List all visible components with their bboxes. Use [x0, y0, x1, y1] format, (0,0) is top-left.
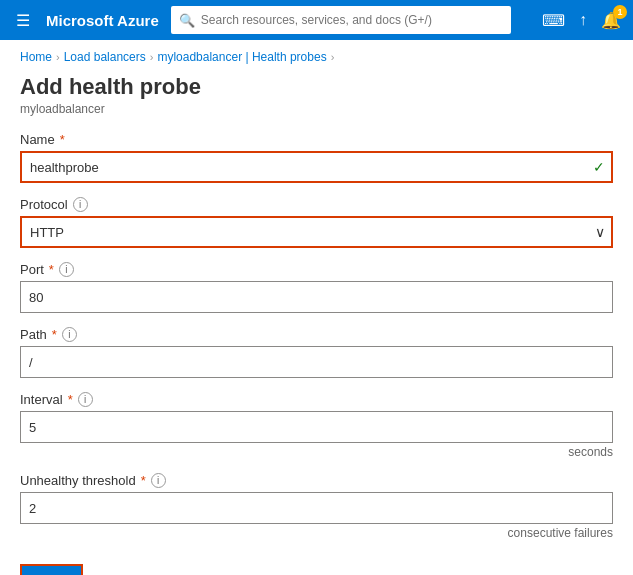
feedback-icon[interactable]: ↑	[579, 11, 587, 29]
terminal-icon[interactable]: ⌨	[542, 11, 565, 30]
path-label: Path * i	[20, 327, 613, 342]
port-input[interactable]	[20, 281, 613, 313]
threshold-label: Unhealthy threshold * i	[20, 473, 613, 488]
threshold-hint: consecutive failures	[20, 526, 613, 540]
port-label: Port * i	[20, 262, 613, 277]
breadcrumb-sep2: ›	[150, 51, 154, 63]
name-input[interactable]	[20, 151, 613, 183]
breadcrumb-sep1: ›	[56, 51, 60, 63]
protocol-label: Protocol i	[20, 197, 613, 212]
ok-button[interactable]: OK	[20, 564, 83, 575]
search-box: 🔍	[171, 6, 511, 34]
protocol-info-icon[interactable]: i	[73, 197, 88, 212]
page-subtitle: myloadbalancer	[20, 102, 613, 116]
page-content: Add health probe myloadbalancer Name * ✓…	[0, 74, 633, 575]
notification-icon[interactable]: 🔔 1	[601, 11, 621, 30]
nav-icons: ⌨ ↑ 🔔 1	[542, 11, 621, 30]
path-info-icon[interactable]: i	[62, 327, 77, 342]
notification-badge: 1	[613, 5, 627, 19]
breadcrumb: Home › Load balancers › myloadbalancer |…	[0, 40, 633, 70]
breadcrumb-sep3: ›	[331, 51, 335, 63]
path-required: *	[52, 327, 57, 342]
interval-hint: seconds	[20, 445, 613, 459]
threshold-info-icon[interactable]: i	[151, 473, 166, 488]
interval-required: *	[68, 392, 73, 407]
interval-input[interactable]	[20, 411, 613, 443]
path-input[interactable]	[20, 346, 613, 378]
breadcrumb-resource[interactable]: myloadbalancer | Health probes	[157, 50, 326, 64]
page-title: Add health probe	[20, 74, 613, 100]
interval-info-icon[interactable]: i	[78, 392, 93, 407]
name-field-group: Name * ✓	[20, 132, 613, 183]
search-icon: 🔍	[179, 13, 195, 28]
protocol-select-wrapper: HTTP HTTPS TCP ∨	[20, 216, 613, 248]
breadcrumb-load-balancers[interactable]: Load balancers	[64, 50, 146, 64]
threshold-required: *	[141, 473, 146, 488]
breadcrumb-home[interactable]: Home	[20, 50, 52, 64]
search-input[interactable]	[201, 13, 503, 27]
check-icon: ✓	[593, 159, 605, 175]
name-required: *	[60, 132, 65, 147]
protocol-field-group: Protocol i HTTP HTTPS TCP ∨	[20, 197, 613, 248]
port-field-group: Port * i	[20, 262, 613, 313]
brand-label: Microsoft Azure	[46, 12, 159, 29]
interval-field-group: Interval * i seconds	[20, 392, 613, 459]
port-required: *	[49, 262, 54, 277]
interval-label: Interval * i	[20, 392, 613, 407]
threshold-input[interactable]	[20, 492, 613, 524]
name-input-wrapper: ✓	[20, 151, 613, 183]
name-label: Name *	[20, 132, 613, 147]
path-field-group: Path * i	[20, 327, 613, 378]
hamburger-icon[interactable]: ☰	[12, 7, 34, 34]
threshold-field-group: Unhealthy threshold * i consecutive fail…	[20, 473, 613, 540]
top-nav: ☰ Microsoft Azure 🔍 ⌨ ↑ 🔔 1	[0, 0, 633, 40]
port-info-icon[interactable]: i	[59, 262, 74, 277]
protocol-select[interactable]: HTTP HTTPS TCP	[20, 216, 613, 248]
